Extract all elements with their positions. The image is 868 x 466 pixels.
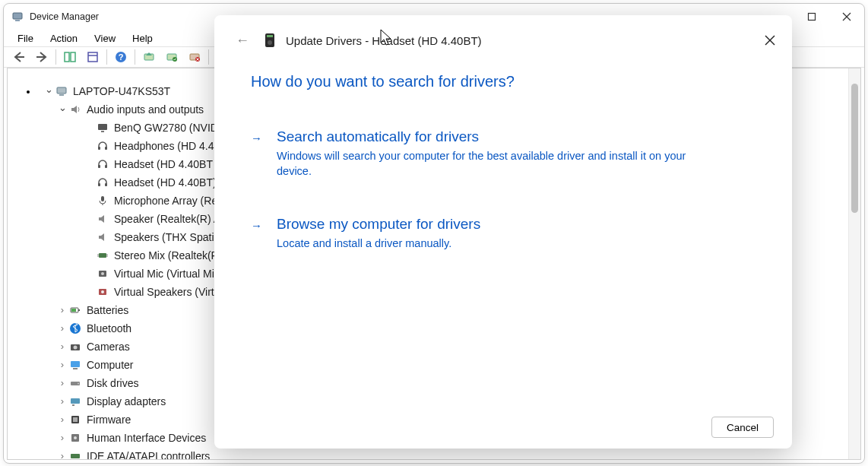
svg-rect-56	[72, 404, 74, 406]
svg-rect-8	[65, 52, 69, 62]
tree-category-ide[interactable]: IDE ATA/ATAPI controllers	[38, 447, 848, 459]
svg-rect-33	[105, 183, 107, 186]
menu-view[interactable]: View	[87, 31, 123, 46]
svg-rect-58	[73, 417, 78, 422]
chip-icon	[96, 249, 109, 262]
dialog-title: Update Drivers - Headset (HD 4.40BT)	[286, 34, 763, 47]
toolbar-back[interactable]	[8, 48, 30, 66]
svg-rect-24	[57, 87, 66, 94]
svg-rect-30	[98, 165, 100, 168]
svg-rect-36	[99, 253, 106, 258]
device-icon	[263, 32, 277, 49]
menu-file[interactable]: File	[10, 31, 41, 46]
display-adapter-icon	[68, 395, 82, 408]
option-title: Search automatically for drivers	[277, 128, 746, 145]
svg-rect-27	[101, 131, 104, 132]
svg-point-64	[268, 40, 272, 45]
dialog-heading: How do you want to search for drivers?	[251, 73, 746, 90]
bluetooth-icon	[68, 322, 82, 335]
headset-icon	[96, 157, 109, 171]
dialog-close-button[interactable]	[763, 33, 777, 47]
battery-icon	[68, 303, 82, 317]
svg-text:?: ?	[119, 52, 124, 62]
menu-help[interactable]: Help	[125, 31, 160, 46]
monitor-icon	[96, 121, 109, 135]
scrollbar-thumb[interactable]	[851, 84, 858, 213]
svg-rect-47	[71, 309, 76, 312]
maximize-button[interactable]	[794, 4, 829, 30]
toolbar-uninstall-device[interactable]	[184, 48, 205, 66]
svg-rect-31	[105, 165, 107, 168]
svg-rect-55	[71, 398, 80, 404]
speaker-icon	[96, 230, 109, 244]
option-title: Browse my computer for drivers	[277, 216, 746, 233]
dialog-footer: Cancel	[711, 417, 774, 438]
headphone-icon	[96, 139, 109, 153]
app-icon	[11, 11, 24, 23]
headset-icon	[96, 176, 109, 189]
close-button[interactable]	[829, 4, 864, 30]
svg-rect-46	[78, 309, 80, 311]
svg-rect-9	[71, 52, 75, 62]
virtual-speaker-icon	[96, 285, 109, 299]
dialog-header: ← Update Drivers - Headset (HD 4.40BT)	[214, 15, 792, 65]
svg-rect-25	[59, 94, 64, 96]
svg-rect-32	[98, 183, 100, 186]
firmware-icon	[68, 413, 82, 426]
svg-rect-34	[101, 196, 104, 201]
svg-rect-0	[13, 13, 22, 19]
cancel-button[interactable]: Cancel	[711, 417, 774, 438]
toolbar-help[interactable]: ?	[110, 48, 131, 66]
svg-point-54	[78, 383, 79, 385]
update-drivers-dialog: ← Update Drivers - Headset (HD 4.40BT) H…	[214, 15, 792, 449]
svg-rect-3	[809, 14, 816, 21]
option-search-automatically[interactable]: → Search automatically for drivers Windo…	[251, 128, 746, 179]
svg-rect-52	[73, 368, 78, 369]
menu-action[interactable]: Action	[43, 31, 85, 46]
computer-icon	[68, 358, 82, 372]
virtual-mic-icon	[96, 267, 109, 281]
svg-rect-1	[15, 20, 20, 21]
svg-point-42	[101, 272, 104, 275]
option-browse-computer[interactable]: → Browse my computer for drivers Locate …	[251, 216, 746, 251]
svg-point-60	[74, 436, 77, 439]
toolbar-properties[interactable]	[82, 48, 103, 66]
tree-root-label: LAPTOP-U47KS53T	[73, 85, 170, 97]
svg-rect-63	[267, 35, 273, 37]
dialog-body: How do you want to search for drivers? →…	[214, 65, 792, 251]
toolbar-forward[interactable]	[31, 48, 52, 66]
tree-category-audio-label: Audio inputs and outputs	[87, 103, 204, 116]
toolbar-update-driver[interactable]	[161, 48, 182, 66]
toolbar-scan-hardware[interactable]	[138, 48, 160, 66]
back-arrow-icon[interactable]: ←	[236, 33, 249, 49]
svg-point-50	[74, 346, 78, 350]
svg-rect-10	[88, 52, 97, 62]
disk-icon	[68, 376, 82, 390]
svg-rect-61	[71, 454, 80, 458]
option-description: Windows will search your computer for th…	[277, 148, 702, 179]
arrow-right-icon: →	[251, 219, 262, 232]
svg-rect-51	[71, 361, 80, 367]
svg-rect-28	[98, 147, 100, 150]
hid-icon	[68, 431, 82, 445]
speaker-icon	[68, 103, 82, 116]
microphone-icon	[96, 194, 109, 208]
option-description: Locate and install a driver manually.	[277, 236, 702, 251]
svg-point-44	[101, 290, 104, 293]
speaker-icon	[96, 212, 109, 226]
camera-icon	[68, 340, 82, 353]
svg-rect-26	[98, 124, 107, 130]
svg-rect-29	[105, 147, 107, 150]
computer-icon	[55, 84, 68, 98]
toolbar-show-hide-console[interactable]	[59, 48, 81, 66]
ide-icon	[68, 449, 82, 459]
scrollbar[interactable]	[848, 68, 860, 459]
arrow-right-icon: →	[251, 132, 262, 144]
